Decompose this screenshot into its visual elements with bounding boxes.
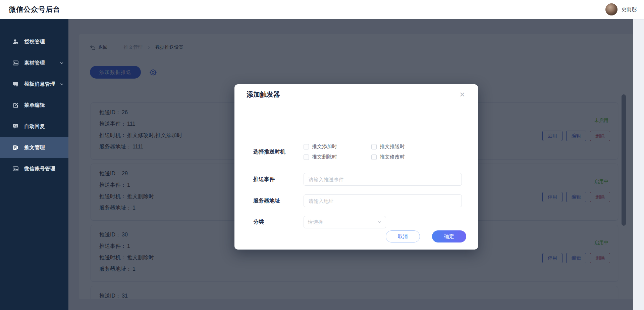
confirm-button[interactable]: 确定	[432, 230, 466, 242]
reply-icon	[12, 123, 19, 130]
checkbox-label: 推文修改时	[380, 154, 405, 160]
server-input[interactable]	[304, 194, 462, 207]
event-input[interactable]	[304, 173, 462, 186]
image-icon	[12, 60, 19, 67]
close-icon[interactable]: ✕	[459, 91, 465, 98]
category-select-placeholder: 请选择	[308, 219, 323, 225]
app-title: 微信公众号后台	[9, 5, 60, 14]
sidebar-item-label: 授权管理	[24, 39, 45, 45]
sidebar-item-wechat-account[interactable]: 微信账号管理	[0, 158, 68, 179]
user-menu[interactable]: 史雨彤	[605, 3, 637, 15]
timing-option[interactable]: 推文删除时	[304, 154, 371, 160]
timing-option[interactable]: 推文推送时	[371, 144, 405, 150]
avatar[interactable]	[605, 3, 618, 15]
checkbox-label: 推文添加时	[312, 143, 337, 150]
sidebar-item-auto-reply[interactable]: 自动回复	[0, 116, 68, 137]
field-category: 分类 请选择	[253, 216, 462, 228]
app-header: 微信公众号后台 史雨彤	[0, 0, 644, 19]
timing-option[interactable]: 推文添加时	[304, 144, 371, 150]
sidebar-item-material[interactable]: 素材管理	[0, 52, 68, 74]
sidebar-item-label: 模板消息管理	[24, 81, 55, 87]
checkbox[interactable]	[371, 144, 377, 149]
chevron-down-icon	[60, 82, 64, 86]
field-label-category: 分类	[253, 219, 304, 226]
add-trigger-modal: 添加触发器 ✕ 选择推送时机 推文添加时推文推送时推文删除时推文修改时 推送事件…	[234, 84, 478, 250]
modal-body: 选择推送时机 推文添加时推文推送时推文删除时推文修改时 推送事件 服务器地址 分…	[234, 105, 478, 230]
message-icon	[12, 81, 19, 88]
sidebar-item-label: 微信账号管理	[24, 166, 55, 172]
sidebar-item-label: 推文管理	[24, 144, 45, 151]
checkbox-label: 推文推送时	[380, 143, 405, 150]
category-select[interactable]: 请选择	[304, 216, 386, 228]
checkbox[interactable]	[371, 154, 377, 160]
sidebar-item-tweet-manage[interactable]: 推文管理	[0, 137, 68, 158]
sidebar-item-template-message[interactable]: 模板消息管理	[0, 74, 68, 95]
sidebar-item-label: 自动回复	[24, 123, 45, 130]
cancel-button[interactable]: 取消	[386, 230, 420, 242]
user-check-icon	[12, 39, 19, 45]
checkbox[interactable]	[304, 154, 309, 160]
field-label-server: 服务器地址	[253, 197, 304, 205]
checkbox[interactable]	[304, 144, 309, 149]
checkbox-label: 推文删除时	[312, 154, 337, 160]
sidebar-item-label: 素材管理	[24, 60, 45, 66]
sidebar-item-auth[interactable]: 授权管理	[0, 31, 68, 52]
account-image-icon	[12, 166, 19, 172]
sidebar-nav: 授权管理素材管理模板消息管理菜单编辑自动回复推文管理微信账号管理	[0, 19, 68, 179]
news-icon	[12, 144, 19, 151]
field-timing: 选择推送时机 推文添加时推文推送时推文删除时推文修改时	[253, 141, 462, 162]
user-name: 史雨彤	[622, 6, 637, 13]
sidebar-item-menu-edit[interactable]: 菜单编辑	[0, 95, 68, 116]
field-label-event: 推送事件	[253, 176, 304, 183]
sidebar: 授权管理素材管理模板消息管理菜单编辑自动回复推文管理微信账号管理	[0, 19, 68, 310]
modal-header: 添加触发器 ✕	[234, 84, 478, 105]
timing-option[interactable]: 推文修改时	[371, 154, 405, 160]
chevron-down-icon	[377, 220, 382, 224]
field-label-timing: 选择推送时机	[253, 148, 304, 156]
timing-options: 推文添加时推文推送时推文删除时推文修改时	[304, 144, 405, 160]
sidebar-item-label: 菜单编辑	[24, 102, 45, 108]
field-server: 服务器地址	[253, 194, 462, 207]
field-event: 推送事件	[253, 173, 462, 186]
edit-icon	[12, 102, 19, 109]
modal-title: 添加触发器	[247, 90, 280, 99]
chevron-down-icon	[60, 61, 64, 65]
